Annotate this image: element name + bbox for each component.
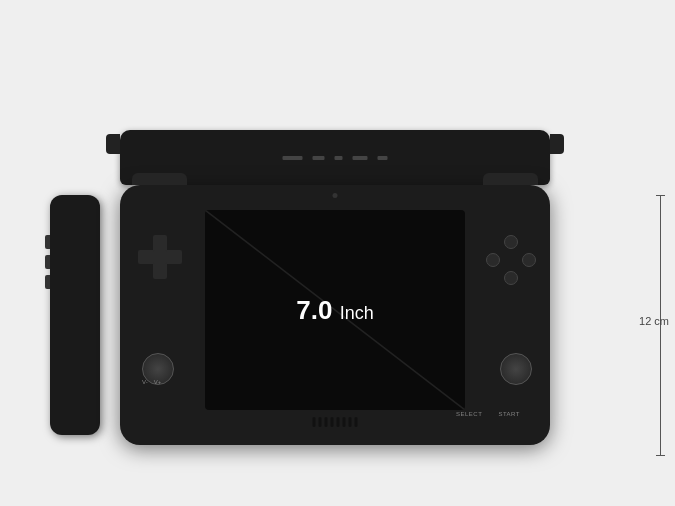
bottom-labels: SELECT START (456, 411, 520, 417)
screen-size-label: 7.0 Inch (296, 295, 373, 326)
slot-1 (283, 156, 303, 160)
dpad (138, 235, 182, 279)
abxy-cluster (486, 235, 536, 285)
grille-hole-3 (325, 417, 328, 427)
grille-hole-8 (355, 417, 358, 427)
left-controls: V- V+ (130, 215, 200, 425)
height-dimension-tick-bottom (656, 455, 665, 456)
button-top (504, 235, 518, 249)
right-analog-stick (500, 353, 532, 385)
grille-hole-4 (331, 417, 334, 427)
slot-5 (378, 156, 388, 160)
side-btn-2 (45, 255, 50, 269)
top-right-bump (550, 134, 564, 154)
dpad-center (153, 250, 167, 264)
button-left (486, 253, 500, 267)
side-view (50, 195, 100, 435)
volume-labels: V- V+ (142, 379, 161, 385)
height-dimension-label: 12 cm (639, 315, 669, 327)
slot-2 (313, 156, 325, 160)
grille-hole-1 (313, 417, 316, 427)
screen-size-unit: Inch (340, 303, 374, 323)
shoulder-left-button (132, 173, 187, 185)
button-right (522, 253, 536, 267)
shoulder-right-button (483, 173, 538, 185)
grille-hole-7 (349, 417, 352, 427)
front-view: 7.0 Inch V- V+ (120, 185, 550, 445)
volume-down-label: V- (142, 379, 148, 385)
start-label: START (498, 411, 520, 417)
height-dimension-tick-top (656, 195, 665, 196)
side-btn-1 (45, 235, 50, 249)
volume-up-label: V+ (154, 379, 162, 385)
screen-size-number: 7.0 (296, 295, 332, 325)
button-bottom (504, 271, 518, 285)
slot-3 (335, 156, 343, 160)
right-controls: SELECT START (470, 215, 540, 425)
device-front-body: 7.0 Inch V- V+ (120, 185, 550, 445)
grille-hole-6 (343, 417, 346, 427)
select-label: SELECT (456, 411, 482, 417)
side-btn-3 (45, 275, 50, 289)
side-buttons (45, 235, 50, 289)
device-side-body (50, 195, 100, 435)
top-left-bump (106, 134, 120, 154)
camera (333, 193, 338, 198)
main-container: 7.0 Inch V- V+ (0, 0, 675, 506)
device-screen: 7.0 Inch (205, 210, 465, 410)
speaker-grille (313, 417, 358, 427)
slot-4 (353, 156, 368, 160)
grille-hole-5 (337, 417, 340, 427)
grille-hole-2 (319, 417, 322, 427)
